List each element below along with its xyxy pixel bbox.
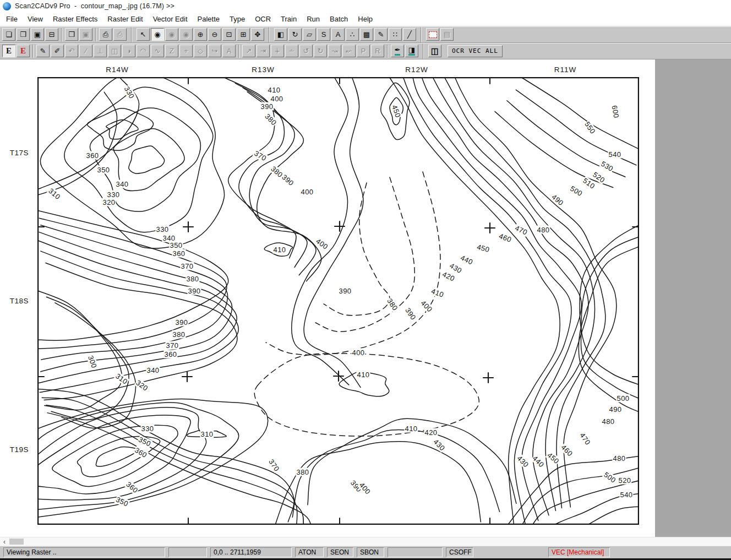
menu-batch[interactable]: Batch <box>325 13 353 25</box>
undo-icon: ↶ <box>69 47 75 55</box>
township-label-t19s: T19S <box>10 445 29 454</box>
pen-edit-icon[interactable]: ✎ <box>374 28 388 41</box>
print-icon[interactable]: ⎙ <box>99 28 112 41</box>
save-icon: ▣ <box>34 31 41 38</box>
rotate-icon[interactable]: ↻ <box>288 28 302 41</box>
zoom-window-icon[interactable]: ⊡ <box>222 28 236 41</box>
horizontal-scrollbar[interactable]: ‹ <box>0 537 731 546</box>
view-raster-icon[interactable]: ◉ <box>151 28 164 41</box>
save-raster-icon: ▣ <box>79 28 92 41</box>
contour-elevation-label: 410 <box>356 371 370 379</box>
save-raster-icon: ▣ <box>83 31 89 38</box>
line-edit-icon[interactable]: ╱ <box>403 28 416 41</box>
diamond-icon: ◇ <box>198 47 203 55</box>
contour-line <box>434 77 605 508</box>
node-line-icon: ↗ <box>246 47 252 55</box>
contour-line <box>129 146 165 173</box>
menu-bar: FileViewRaster EffectsRaster EditVector … <box>0 12 731 26</box>
status-cell-sbon: SBON <box>357 547 384 557</box>
toolbar-separator <box>61 28 62 41</box>
select-region-icon[interactable] <box>426 28 439 41</box>
line-icon: ∕ <box>79 45 92 57</box>
select-arrow-icon: ↖ <box>140 31 146 38</box>
contour-line <box>40 77 224 248</box>
menu-ocr[interactable]: OCR <box>250 13 276 25</box>
pencil-icon[interactable]: ✎ <box>36 45 50 57</box>
node-rotate-ccw-icon: ↺ <box>303 47 309 55</box>
contour-elevation-label: 540 <box>619 491 633 499</box>
new-icon[interactable]: ❏ <box>2 28 15 41</box>
contour-line <box>274 442 481 525</box>
toolbar-separator <box>421 27 422 42</box>
ocr-e-red-icon[interactable]: E <box>17 45 30 57</box>
zoom-out-icon[interactable]: ⊖ <box>208 28 221 41</box>
contour-elevation-label: 390 <box>174 318 188 327</box>
status-bar: Viewing Raster ..0,0 .. 2711,1959ATONSEO… <box>0 546 731 558</box>
view-vector-icon: ◉ <box>165 28 178 41</box>
new-icon: ❏ <box>6 31 12 38</box>
select-arrow-icon[interactable]: ↖ <box>137 28 150 41</box>
zoom-in-icon[interactable]: ⊕ <box>194 28 207 41</box>
threshold-icon: ◧ <box>277 31 284 38</box>
contour-elevation-label: 310 <box>200 430 214 438</box>
open-icon[interactable]: ❒ <box>17 28 30 41</box>
contour-line <box>37 78 139 190</box>
ocr-e-black-icon[interactable]: E <box>2 45 15 57</box>
dot-edit-icon[interactable]: ∷ <box>389 28 402 41</box>
contour-line <box>524 507 639 525</box>
despeckle-icon[interactable]: ∴ <box>346 28 359 41</box>
scrollbar-thumb[interactable] <box>9 539 24 545</box>
save-icon[interactable]: ▣ <box>31 28 44 41</box>
contour-elevation-label: 350 <box>96 166 110 174</box>
map-canvas[interactable]: 3303603503403303203103303403503603703803… <box>0 59 731 537</box>
scroll-left-icon[interactable]: ‹ <box>0 538 9 546</box>
contour-line <box>292 429 499 517</box>
fill-bucket-icon[interactable]: ◨ <box>405 45 418 57</box>
open-raster-icon[interactable]: ❒ <box>65 28 78 41</box>
menu-type[interactable]: Type <box>225 13 250 25</box>
scan-icon[interactable]: ⊟ <box>45 28 58 41</box>
scan-icon: ⊟ <box>49 31 55 38</box>
pen-edit-icon: ✎ <box>378 31 384 38</box>
contour-elevation-label: 330 <box>155 225 169 233</box>
menu-file[interactable]: File <box>1 13 23 25</box>
despeckle-icon: ∴ <box>350 31 354 38</box>
pen-icon[interactable]: ✐ <box>51 45 64 57</box>
contour-line <box>88 108 154 151</box>
eyedropper-icon[interactable]: ✒ <box>391 45 404 57</box>
threshold-icon[interactable]: ◧ <box>274 28 287 41</box>
auto-clean-icon[interactable]: A <box>331 28 345 41</box>
smooth-icon[interactable]: S <box>317 28 330 41</box>
contour-elevation-label: 330 <box>106 191 120 199</box>
redirect-icon: ↪ <box>208 45 221 57</box>
workspace-outside-area <box>655 59 731 537</box>
menu-view[interactable]: View <box>23 13 48 25</box>
menu-raster-edit[interactable]: Raster Edit <box>102 13 148 25</box>
pan-icon[interactable]: ✥ <box>251 28 264 41</box>
window-layout-icon[interactable]: ◫ <box>428 45 441 57</box>
window-title: Scan2CADv9 Pro - contour_map_.jpg (16.7M… <box>15 2 174 10</box>
toolbar-separator <box>238 45 239 58</box>
contour-elevation-label: 370 <box>180 262 194 270</box>
contour-elevation-label: 480 <box>536 226 550 234</box>
contour-elevation-label: 400 <box>351 349 365 357</box>
zoom-all-icon: ⊞ <box>241 31 247 38</box>
menu-help[interactable]: Help <box>353 13 378 25</box>
rectangle-icon: ◫ <box>111 47 118 55</box>
deskew-icon[interactable]: ▱ <box>303 28 316 41</box>
speckle-icon[interactable]: ▩ <box>360 28 373 41</box>
menu-raster-effects[interactable]: Raster Effects <box>48 13 102 25</box>
app-icon <box>3 2 11 10</box>
contour-elevation-label: 400 <box>270 95 283 103</box>
node-rotate-ccw-icon: ↺ <box>299 45 313 57</box>
node-add-icon: ∔ <box>271 45 284 57</box>
menu-vector-edit[interactable]: Vector Edit <box>148 13 193 25</box>
ocr-vec-all-button[interactable]: OCR VEC ALL <box>448 45 503 57</box>
zoom-all-icon[interactable]: ⊞ <box>237 28 250 41</box>
menu-run[interactable]: Run <box>302 13 325 25</box>
toolbar-separator <box>131 27 132 42</box>
menu-train[interactable]: Train <box>276 13 302 25</box>
status-cell-empty-1 <box>168 547 207 557</box>
contour-line-dashed <box>324 183 390 316</box>
menu-palette[interactable]: Palette <box>193 13 225 25</box>
